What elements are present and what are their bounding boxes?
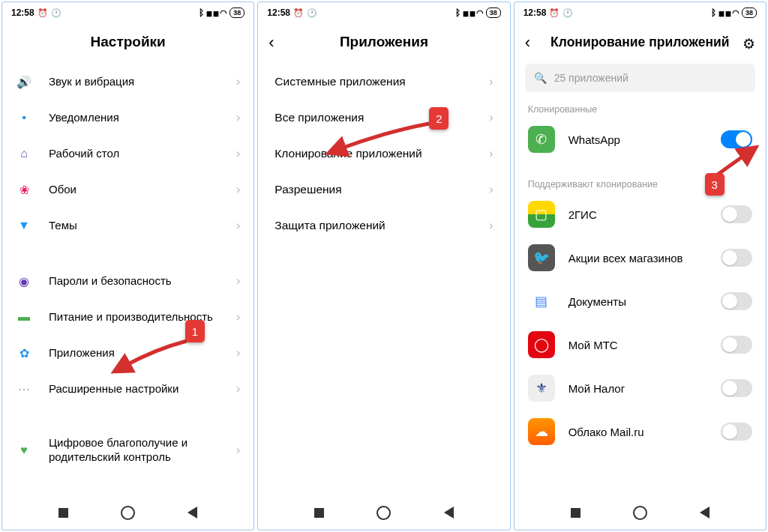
row-label: Уведомления xyxy=(49,111,236,125)
search-input[interactable]: 🔍 25 приложений xyxy=(525,64,755,92)
screen-settings: 12:58 38 Настройки 🔊 Звук и вибрация › ▪… xyxy=(2,1,254,531)
status-time: 12:58 xyxy=(524,7,547,18)
row-clone-apps[interactable]: Клонирование приложений › xyxy=(258,136,509,172)
row-themes[interactable]: ▼ Темы › xyxy=(2,208,254,244)
nav-recent-button[interactable] xyxy=(58,508,68,518)
chevron-right-icon: › xyxy=(236,110,241,125)
row-label: Рабочий стол xyxy=(49,147,236,161)
screen-apps: 12:58 38 ‹ Приложения Системные приложен… xyxy=(257,1,510,531)
row-wallpaper[interactable]: ❀ Обои › xyxy=(2,172,254,208)
section-support: Поддерживают клонирование xyxy=(514,175,766,193)
battery-badge: 38 xyxy=(742,7,757,18)
nav-home-button[interactable] xyxy=(376,506,391,520)
whatsapp-icon: ✆ xyxy=(528,126,555,153)
app-row-mts[interactable]: ◯ Мой МТС xyxy=(514,323,766,366)
row-label: Темы xyxy=(49,219,236,233)
app-label: Мой МТС xyxy=(568,339,721,351)
battery-icon: ▬ xyxy=(16,309,32,325)
bluetooth-icon xyxy=(199,7,204,18)
back-button[interactable]: ‹ xyxy=(268,33,274,52)
row-security[interactable]: ◉ Пароли и безопасность › xyxy=(2,263,254,299)
apps-icon: ✿ xyxy=(16,345,32,361)
row-desktop[interactable]: ⌂ Рабочий стол › xyxy=(2,136,254,172)
nav-recent-button[interactable] xyxy=(571,508,580,518)
header: ‹ Приложения xyxy=(258,23,509,64)
row-apps[interactable]: ✿ Приложения › xyxy=(2,335,254,371)
chevron-right-icon: › xyxy=(236,182,241,197)
row-label: Защита приложений xyxy=(274,218,489,232)
back-button[interactable]: ‹ xyxy=(525,33,530,52)
app-label: Документы xyxy=(568,295,721,308)
row-label: Системные приложения xyxy=(274,74,489,88)
row-all-apps[interactable]: Все приложения › xyxy=(258,100,509,136)
chevron-right-icon: › xyxy=(489,110,494,125)
nav-back-button[interactable] xyxy=(700,507,710,519)
toggle-2gis[interactable] xyxy=(721,205,752,223)
toggle-docs[interactable] xyxy=(721,292,752,310)
row-app-protection[interactable]: Защита приложений › xyxy=(258,208,509,244)
toggle-mailru[interactable] xyxy=(721,423,752,441)
nav-home-button[interactable] xyxy=(121,506,135,520)
annotation-1: 1 xyxy=(185,320,205,342)
settings-button[interactable]: ⚙ xyxy=(742,35,755,52)
row-label: Приложения xyxy=(49,346,236,360)
nav-recent-button[interactable] xyxy=(314,508,324,518)
mailru-icon: ☁ xyxy=(528,418,555,445)
toggle-aktsii[interactable] xyxy=(721,249,752,267)
row-battery[interactable]: ▬ Питание и производительность › xyxy=(2,299,254,335)
row-wellbeing[interactable]: ♥ Цифровое благополучие и родительский к… xyxy=(2,426,254,474)
app-row-2gis[interactable]: ▢ 2ГИС xyxy=(514,193,766,236)
row-label: Питание и производительность xyxy=(49,310,236,324)
row-sound[interactable]: 🔊 Звук и вибрация › xyxy=(2,64,254,100)
home-icon: ⌂ xyxy=(16,145,32,162)
row-label: Клонирование приложений xyxy=(274,146,489,160)
chevron-right-icon: › xyxy=(489,182,494,197)
nav-home-button[interactable] xyxy=(633,506,647,520)
row-permissions[interactable]: Разрешения › xyxy=(258,172,509,208)
battery-badge: 38 xyxy=(230,7,244,18)
chevron-right-icon: › xyxy=(489,74,494,89)
search-placeholder: 25 приложений xyxy=(554,72,628,84)
app-row-whatsapp[interactable]: ✆ WhatsApp xyxy=(514,118,766,161)
row-label: Звук и вибрация xyxy=(49,75,236,89)
app-label: Акции всех магазинов xyxy=(568,252,721,265)
app-row-nalog[interactable]: ⚜ Мой Налог xyxy=(514,366,766,410)
clone-list[interactable]: Клонированные ✆ WhatsApp Поддерживают кл… xyxy=(514,100,766,495)
sound-icon: 🔊 xyxy=(16,73,32,90)
status-bar: 12:58 38 xyxy=(514,2,766,23)
aktsii-icon: 🐦 xyxy=(528,244,555,271)
clock-icon xyxy=(51,7,62,18)
signal-icon-2 xyxy=(213,8,218,17)
nav-back-button[interactable] xyxy=(444,507,454,519)
row-advanced[interactable]: ⋯ Расширенные настройки › xyxy=(2,371,254,407)
search-icon: 🔍 xyxy=(534,72,547,84)
row-label: Обои xyxy=(49,183,236,197)
app-row-aktsii[interactable]: 🐦 Акции всех магазинов xyxy=(514,236,766,279)
chevron-right-icon: › xyxy=(489,146,494,161)
toggle-whatsapp[interactable] xyxy=(721,130,752,148)
app-label: WhatsApp xyxy=(568,133,721,146)
toggle-nalog[interactable] xyxy=(721,379,752,397)
toggle-mts[interactable] xyxy=(721,336,752,354)
nav-back-button[interactable] xyxy=(188,507,197,519)
wallpaper-icon: ❀ xyxy=(16,181,32,198)
chevron-right-icon: › xyxy=(236,218,241,233)
row-notifications[interactable]: ▪ Уведомления › xyxy=(2,100,254,136)
clock-icon xyxy=(562,7,573,18)
chevron-right-icon: › xyxy=(489,218,494,233)
row-label: Расширенные настройки xyxy=(49,382,236,396)
nalog-icon: ⚜ xyxy=(528,375,555,402)
app-row-mailru[interactable]: ☁ Облако Mail.ru xyxy=(514,410,766,453)
more-icon: ⋯ xyxy=(16,381,32,397)
apps-list[interactable]: Системные приложения › Все приложения › … xyxy=(258,64,509,495)
status-time: 12:58 xyxy=(11,7,34,18)
chevron-right-icon: › xyxy=(236,273,241,288)
status-time: 12:58 xyxy=(267,7,290,18)
app-row-docs[interactable]: ▤ Документы xyxy=(514,279,766,323)
row-system-apps[interactable]: Системные приложения › xyxy=(258,64,509,100)
nav-bar xyxy=(514,495,766,530)
settings-list[interactable]: 🔊 Звук и вибрация › ▪ Уведомления › ⌂ Ра… xyxy=(2,64,254,495)
app-label: Мой Налог xyxy=(568,382,721,395)
chevron-right-icon: › xyxy=(236,381,241,396)
header: Настройки xyxy=(2,23,254,64)
